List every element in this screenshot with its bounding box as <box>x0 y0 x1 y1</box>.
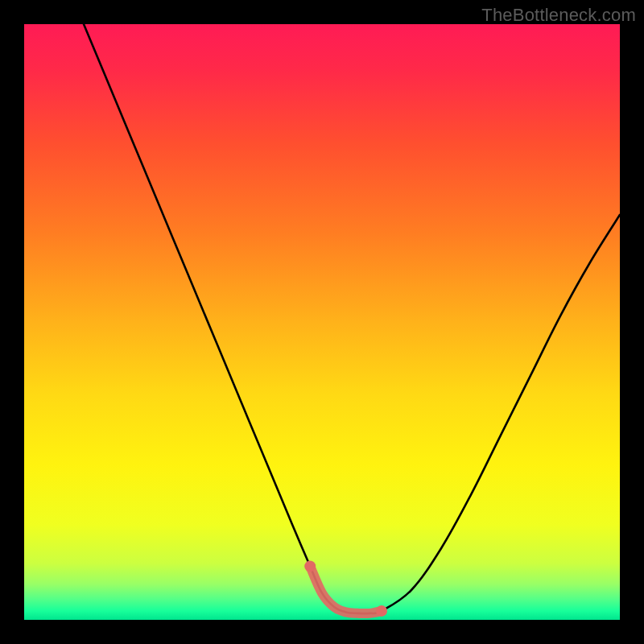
watermark-text: TheBottleneck.com <box>481 5 636 26</box>
gradient-background <box>24 24 620 620</box>
chart-frame: TheBottleneck.com <box>0 0 644 644</box>
highlight-end-dot <box>376 605 387 617</box>
bottleneck-chart-svg <box>24 24 620 620</box>
highlight-start-dot <box>304 560 316 572</box>
plot-area <box>24 24 620 620</box>
